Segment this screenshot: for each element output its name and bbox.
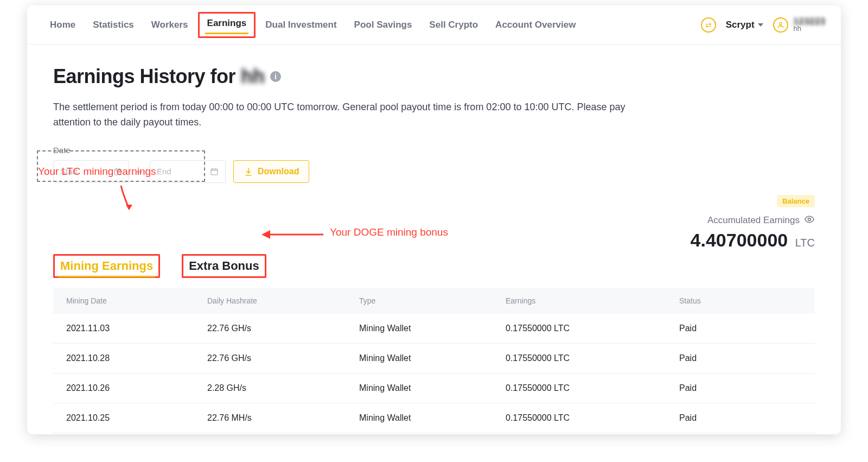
tab-mining-earnings[interactable]: Mining Earnings [53,254,160,278]
info-icon[interactable]: i [270,71,281,82]
user-id: 123223 [794,17,826,27]
nav-workers[interactable]: Workers [144,14,196,36]
th-earnings: Earnings [506,296,679,305]
cell-type: Mining Wallet [359,324,506,333]
annotation-doge-text: Your DOGE mining bonus [330,226,448,238]
user-menu[interactable]: 123223 hh [773,17,826,33]
algorithm-label: Scrypt [726,20,755,30]
cell-type: Mining Wallet [359,383,506,393]
cell-status: Paid [679,413,802,423]
annotation-arrow-icon [259,226,324,243]
earnings-summary: Balance Accumulated Earnings 4.40700000 … [691,195,815,251]
date-label: Date [53,145,815,155]
algorithm-selector[interactable]: Scrypt [726,20,763,30]
nav-items: Home Statistics Workers Earnings Dual In… [42,12,583,38]
cell-hashrate: 22.76 GH/s [207,324,359,333]
settlement-description: The settlement period is from today 00:0… [53,100,650,130]
page-title-row: Earnings History for hh i [53,65,815,88]
download-button[interactable]: Download [233,160,309,183]
calendar-icon [210,167,219,176]
user-icon [773,17,788,33]
earnings-tabs: Mining Earnings Extra Bonus [53,254,266,278]
tab-extra-bonus[interactable]: Extra Bonus [182,254,266,278]
date-end-placeholder: End [157,167,171,176]
nav-dual-investment[interactable]: Dual Investment [258,14,344,36]
nav-statistics[interactable]: Statistics [85,14,142,36]
table-row[interactable]: 2021.11.0322.76 GH/sMining Wallet0.17550… [53,314,815,344]
accumulated-label: Accumulated Earnings [707,215,800,226]
cell-hashrate: 22.76 MH/s [207,413,359,423]
cell-date: 2021.10.25 [66,413,207,423]
accumulated-label-row: Accumulated Earnings [691,214,815,227]
table-header: Mining Date Daily Hashrate Type Earnings… [53,288,815,314]
th-status: Status [679,296,802,305]
cell-status: Paid [679,383,802,393]
page-title-user: hh [241,65,265,88]
main-content: Earnings History for hh i The settlement… [27,45,841,434]
tabs-summary-row: Mining Earnings Extra Bonus Your DOGE mi… [53,222,815,278]
eye-icon[interactable] [804,214,815,227]
download-icon [244,167,253,176]
date-end-input[interactable]: End [150,160,226,183]
cell-hashrate: 2.28 GH/s [207,383,359,393]
th-type: Type [359,296,506,305]
cell-earnings: 0.17550000 LTC [506,353,679,363]
cell-date: 2021.11.03 [66,324,207,333]
accumulated-unit: LTC [795,237,815,249]
accumulated-amount: 4.40700000 [691,230,788,250]
earnings-table: Mining Date Daily Hashrate Type Earnings… [53,288,815,434]
swap-icon[interactable]: ⇄ [701,17,716,33]
cell-earnings: 0.17550000 LTC [506,383,679,393]
cell-date: 2021.10.28 [66,353,207,363]
table-row[interactable]: 2021.10.2522.76 MH/sMining Wallet0.17550… [53,403,815,433]
table-row[interactable]: 2021.10.13227.56 MH/sMining Wallet1.7550… [53,433,815,434]
nav-earnings[interactable]: Earnings [198,12,256,38]
accumulated-value: 4.40700000 LTC [691,230,815,251]
svg-point-0 [779,22,782,25]
svg-rect-2 [211,169,218,175]
nav-right: ⇄ Scrypt 123223 hh [701,17,826,33]
svg-rect-1 [114,169,121,175]
th-mining-date: Mining Date [66,296,207,305]
nav-account-overview[interactable]: Account Overview [488,14,583,36]
table-row[interactable]: 2021.10.2822.76 GH/sMining Wallet0.17550… [53,344,815,374]
cell-hashrate: 22.76 GH/s [207,353,359,363]
svg-point-4 [808,218,811,220]
cell-status: Paid [679,324,802,333]
date-start-placeholder: Start [60,167,78,176]
table-body: 2021.11.0322.76 GH/sMining Wallet0.17550… [53,314,815,434]
top-nav: Home Statistics Workers Earnings Dual In… [27,5,841,45]
nav-home[interactable]: Home [42,14,83,36]
cell-status: Paid [679,353,802,363]
date-filter-row: Start – End Download Your LTC mining ear… [53,160,815,183]
cell-type: Mining Wallet [359,353,506,363]
chevron-down-icon [758,23,763,27]
page-title: Earnings History for [53,65,235,88]
nav-sell-crypto[interactable]: Sell Crypto [422,14,486,36]
user-info: 123223 hh [794,17,826,33]
cell-earnings: 0.17550000 LTC [506,324,679,333]
cell-date: 2021.10.26 [66,383,207,393]
th-daily-hashrate: Daily Hashrate [207,296,359,305]
table-row[interactable]: 2021.10.262.28 GH/sMining Wallet0.175500… [53,374,815,403]
cell-type: Mining Wallet [359,413,506,423]
date-dash: – [137,166,142,177]
annotation-arrow-icon [113,183,145,216]
download-label: Download [258,167,299,176]
nav-pool-savings[interactable]: Pool Savings [347,14,420,36]
cell-earnings: 0.17550000 LTC [506,413,679,423]
balance-badge[interactable]: Balance [777,195,815,207]
date-start-input[interactable]: Start [53,160,129,183]
calendar-icon [113,167,122,176]
